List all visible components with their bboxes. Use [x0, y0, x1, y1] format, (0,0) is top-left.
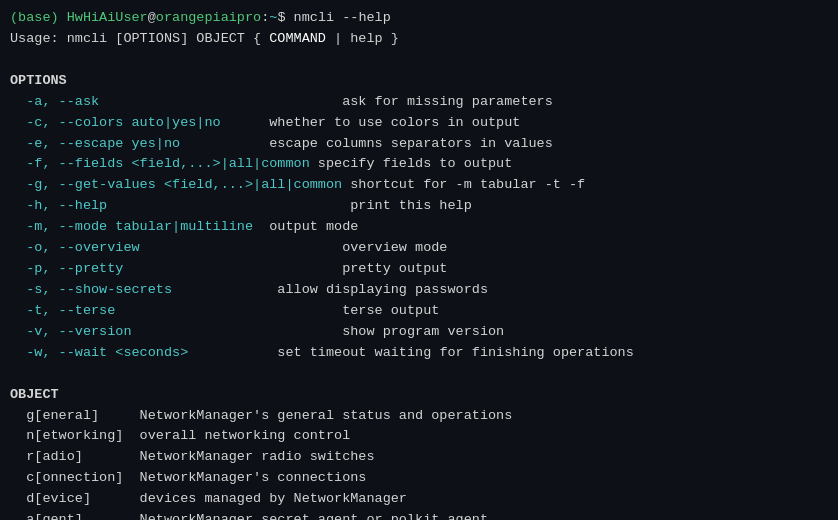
object-general: g[eneral] NetworkManager's general statu… — [10, 406, 828, 427]
prompt-user: (base) HwHiAiUser — [10, 10, 148, 25]
prompt-at: @ — [148, 10, 156, 25]
object-networking: n[etworking] overall networking control — [10, 426, 828, 447]
empty-line-1 — [10, 50, 828, 71]
option-overview: -o, --overview overview mode — [10, 238, 828, 259]
object-agent: a[gent] NetworkManager secret agent or p… — [10, 510, 828, 520]
command-text: nmcli --help — [294, 10, 391, 25]
option-get-values: -g, --get-values <field,...>|all|common … — [10, 175, 828, 196]
empty-line-2 — [10, 364, 828, 385]
object-header: OBJECT — [10, 385, 828, 406]
option-terse: -t, --terse terse output — [10, 301, 828, 322]
option-wait: -w, --wait <seconds> set timeout waiting… — [10, 343, 828, 364]
option-colors: -c, --colors auto|yes|no whether to use … — [10, 113, 828, 134]
terminal-window: (base) HwHiAiUser@orangepiaipro:~$ nmcli… — [0, 0, 838, 520]
prompt-host: orangepiaipro — [156, 10, 261, 25]
option-pretty: -p, --pretty pretty output — [10, 259, 828, 280]
option-help: -h, --help print this help — [10, 196, 828, 217]
object-connection: c[onnection] NetworkManager's connection… — [10, 468, 828, 489]
option-show-secrets: -s, --show-secrets allow displaying pass… — [10, 280, 828, 301]
option-ask: -a, --ask ask for missing parameters — [10, 92, 828, 113]
option-fields: -f, --fields <field,...>|all|common spec… — [10, 154, 828, 175]
prompt-line-1: (base) HwHiAiUser@orangepiaipro:~$ nmcli… — [10, 8, 828, 29]
option-escape: -e, --escape yes|no escape columns separ… — [10, 134, 828, 155]
object-radio: r[adio] NetworkManager radio switches — [10, 447, 828, 468]
option-mode: -m, --mode tabular|multiline output mode — [10, 217, 828, 238]
prompt-dollar: $ — [277, 10, 293, 25]
option-version: -v, --version show program version — [10, 322, 828, 343]
usage-line: Usage: nmcli [OPTIONS] OBJECT { COMMAND … — [10, 29, 828, 50]
options-header: OPTIONS — [10, 71, 828, 92]
object-device: d[evice] devices managed by NetworkManag… — [10, 489, 828, 510]
